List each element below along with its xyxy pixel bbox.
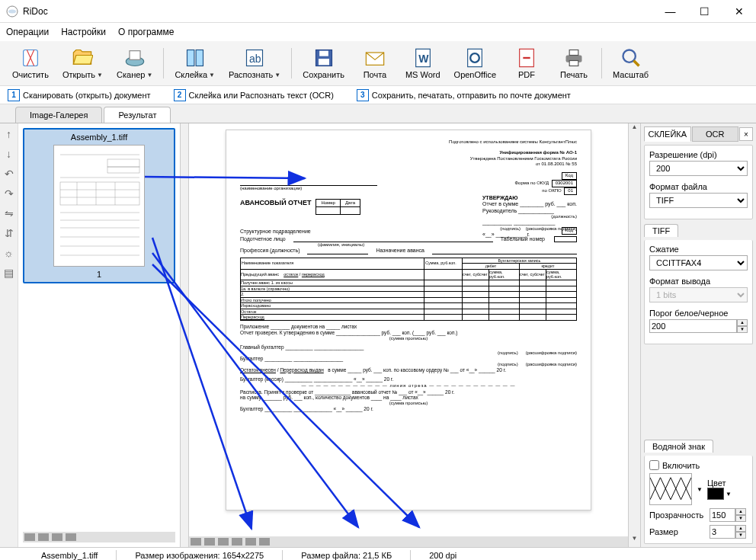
word-icon: W — [412, 47, 434, 69]
clear-icon — [20, 47, 41, 69]
tb-save[interactable]: Сохранить — [296, 44, 351, 82]
menu-settings[interactable]: Настройки — [61, 27, 106, 37]
tab-result[interactable]: Результат — [104, 107, 171, 123]
flip-v-icon[interactable]: ⇵ — [3, 227, 15, 239]
svg-rect-5 — [187, 50, 194, 66]
svg-point-21 — [623, 50, 635, 62]
thumb-image — [53, 145, 145, 267]
svg-rect-20 — [569, 61, 578, 66]
wm-opacity-input[interactable] — [710, 508, 735, 522]
step-3-text: Сохранить, печатать, отправить по почте … — [372, 91, 571, 100]
chevron-down-icon: ▼ — [274, 72, 280, 78]
tb-zoom[interactable]: Масштаб — [607, 44, 655, 82]
panel-tab-ocr[interactable]: OCR — [692, 126, 739, 142]
chevron-down-icon: ▼ — [97, 72, 103, 78]
flip-h-icon[interactable]: ⇋ — [3, 207, 15, 219]
step-1-num: 1 — [8, 89, 20, 101]
rotate-right-icon[interactable]: ↷ — [3, 187, 15, 200]
threshold-up[interactable]: ▲ — [737, 319, 748, 326]
print-icon — [563, 47, 585, 69]
stitch-icon — [184, 47, 206, 69]
tb-stitch[interactable]: Склейка ▼ — [168, 44, 221, 82]
close-button[interactable]: ✕ — [722, 0, 756, 23]
right-panel: СКЛЕЙКА OCR × Разрешение (dpi) 200 Форма… — [640, 123, 756, 547]
layers-icon[interactable]: ▤ — [3, 267, 15, 279]
tb-word[interactable]: W MS Word — [399, 44, 447, 82]
format-select[interactable]: TIFF — [649, 193, 748, 208]
resolution-select[interactable]: 200 — [649, 161, 748, 176]
rotate-left-icon[interactable]: ↶ — [3, 168, 15, 180]
menubar: Операции Настройки О программе — [0, 23, 756, 41]
svg-rect-19 — [569, 50, 578, 56]
main-tabs: Image-Галерея Результат — [0, 104, 756, 123]
panel-tab-stitch[interactable]: СКЛЕЙКА — [644, 126, 691, 142]
svg-text:ab: ab — [249, 53, 261, 65]
thumb-filename: Assembly_1.tiff — [26, 131, 172, 143]
step-2-text: Склейка или Распознать текст (OCR) — [189, 91, 334, 100]
scanner-icon — [124, 47, 146, 69]
svg-rect-6 — [196, 50, 203, 66]
status-dims: 1654х2275 — [223, 551, 264, 560]
output-select: 1 bits — [649, 287, 748, 302]
wm-size-input[interactable] — [710, 525, 735, 539]
pdf-icon — [516, 47, 537, 69]
tb-print[interactable]: Печать — [551, 44, 597, 82]
chevron-down-icon: ▼ — [209, 72, 215, 78]
threshold-down[interactable]: ▼ — [737, 326, 748, 333]
wm-preview[interactable] — [649, 473, 692, 505]
thumbnail-card[interactable]: Assembly_1.tiff — [23, 128, 175, 283]
wm-enable-checkbox[interactable] — [649, 460, 659, 470]
tiff-tab[interactable]: TIFF — [644, 224, 678, 237]
compression-select[interactable]: CCITTFAX4 — [649, 255, 748, 270]
tb-recognize[interactable]: ab Распознать ▼ — [223, 44, 287, 82]
save-icon — [313, 47, 335, 69]
tab-gallery[interactable]: Image-Галерея — [15, 107, 102, 123]
menu-about[interactable]: О программе — [118, 27, 174, 37]
tb-clear[interactable]: Очистить — [6, 44, 55, 82]
svg-point-1 — [8, 9, 16, 13]
splitter[interactable] — [180, 123, 189, 547]
arrow-down-icon[interactable]: ↓ — [3, 148, 15, 160]
output-label: Формат вывода — [649, 277, 748, 286]
arrow-up-icon[interactable]: ↑ — [3, 128, 15, 140]
brightness-icon[interactable]: ☼ — [3, 247, 15, 259]
svg-rect-11 — [319, 59, 329, 65]
step-2-num: 2 — [174, 89, 186, 101]
app-icon — [6, 5, 18, 18]
status-dpi: 200 dpi — [429, 551, 456, 560]
minimize-button[interactable]: — — [653, 0, 687, 23]
svg-rect-10 — [319, 51, 328, 56]
document-view: Подготовлено с использованием системы Ко… — [189, 123, 628, 547]
resolution-label: Разрешение (dpi) — [649, 150, 748, 159]
threshold-label: Порог белое/черное — [649, 309, 748, 318]
tb-scanner[interactable]: Сканер ▼ — [111, 44, 159, 82]
compression-label: Сжатие — [649, 245, 748, 254]
chevron-down-icon[interactable]: ▼ — [726, 491, 732, 498]
zoom-icon — [620, 47, 642, 69]
menu-operations[interactable]: Операции — [6, 27, 49, 37]
watermark-tab[interactable]: Водяной знак — [644, 440, 713, 453]
app-title: RiDoc — [23, 6, 48, 17]
step-1-text: Сканировать (открыть) документ — [23, 91, 151, 100]
mail-icon — [364, 47, 386, 69]
svg-rect-4 — [130, 51, 140, 60]
step-bar: 1Сканировать (открыть) документ 2Склейка… — [0, 86, 756, 104]
thumb-footer — [23, 532, 175, 542]
open-icon — [72, 47, 93, 69]
tb-openoffice[interactable]: OpenOffice — [448, 44, 502, 82]
wm-color-swatch[interactable] — [707, 488, 724, 500]
chevron-down-icon: ▼ — [146, 72, 152, 78]
maximize-button[interactable]: ☐ — [687, 0, 722, 23]
recognize-icon: ab — [244, 47, 265, 69]
threshold-input[interactable] — [649, 319, 737, 333]
svg-rect-22 — [54, 146, 145, 267]
document-page[interactable]: Подготовлено с использованием системы Ко… — [226, 130, 591, 510]
chevron-down-icon[interactable]: ▼ — [697, 486, 703, 493]
doc-footer — [189, 536, 628, 547]
tb-pdf[interactable]: PDF — [504, 44, 549, 82]
format-label: Формат файла — [649, 182, 748, 191]
panel-close-button[interactable]: × — [739, 127, 753, 141]
doc-scrollbar[interactable]: ▲ ▼ — [628, 123, 640, 547]
tb-open[interactable]: Открыть ▼ — [56, 44, 109, 82]
tb-mail[interactable]: Почта — [352, 44, 398, 82]
